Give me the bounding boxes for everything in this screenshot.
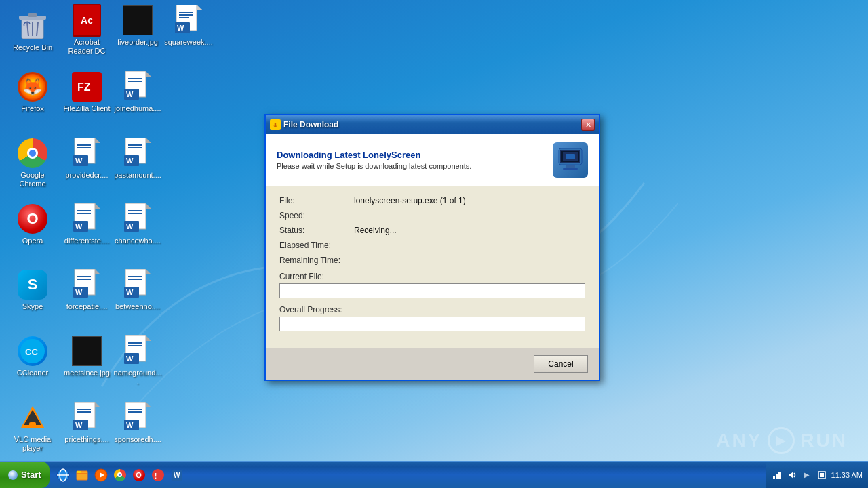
svg-rect-51 [77,279,91,280]
dialog-title-text: File Download [283,120,578,129]
overall-progress-bar [279,317,585,331]
dialog-header-title: Downloading Latest LonelyScreen [277,150,545,160]
time-display: 11:33 AM [831,471,863,479]
svg-marker-63 [146,336,151,341]
dialog-footer: Cancel [266,348,599,380]
remaining-info-row: Remaining Time: [279,256,585,265]
svg-text:⬇: ⬇ [273,122,278,129]
anyrun-run-text: RUN [800,430,848,451]
icon-nameground[interactable]: W nameground.... [111,332,165,389]
svg-rect-104 [773,476,775,479]
icon-label-joinedhu: joinedhuma.... [114,104,161,113]
svg-rect-13 [179,17,189,18]
icon-fiveorder[interactable]: fiveorder.jpg [111,1,165,49]
tray-volume-icon[interactable] [787,470,797,481]
taskbar-opera-icon[interactable]: O [131,467,147,483]
dialog-close-button[interactable]: ✕ [581,119,595,131]
icon-pricethings[interactable]: W pricethings.... [60,399,114,447]
taskbar-avast-icon[interactable]: ! [150,467,166,483]
icon-label-squareweek: squareweek.... [164,38,213,47]
svg-rect-20 [128,78,142,79]
svg-text:W: W [126,222,134,230]
svg-marker-25 [95,138,100,143]
speed-info-row: Speed: [279,211,585,220]
svg-text:W: W [126,421,134,429]
meetsince-thumb [72,336,102,366]
taskbar-media-icon[interactable] [93,467,109,483]
icon-skype[interactable]: S Skype [5,266,60,314]
overall-progress-section: Overall Progress: [279,305,585,331]
svg-marker-107 [789,472,793,479]
icon-label-acrobat: Acrobat Reader DC [62,38,111,56]
icon-pastamount[interactable]: W pastamount.... [111,134,165,182]
svg-rect-12 [179,14,193,16]
status-label: Status: [279,226,354,235]
current-file-section: Current File: [279,272,585,298]
elapsed-label: Elapsed Time: [279,241,354,250]
svg-rect-88 [563,168,578,170]
svg-rect-33 [128,147,142,148]
icon-chrome[interactable]: Google Chrome [5,134,60,191]
file-info-row: File: lonelyscreen-setup.exe (1 of 1) [279,196,585,205]
icon-filezilla[interactable]: FZ FileZilla Client [60,68,114,116]
icon-squareweek[interactable]: W squareweek.... [161,1,216,49]
icon-recycle-bin[interactable]: Recycle Bin [5,7,60,55]
svg-rect-96 [77,471,81,474]
svg-marker-72 [95,402,100,407]
taskbar-chrome-icon[interactable] [112,467,128,483]
icon-label-betweenno: betweenno.... [115,302,160,311]
dialog-header: Downloading Latest LonelyScreen Please w… [266,134,599,186]
svg-text:W: W [126,288,134,296]
icon-meetsince[interactable]: meetsince.jpg [60,332,114,380]
icon-acrobat[interactable]: Ac Acrobat Reader DC [60,1,114,58]
fiveorder-thumb [123,5,153,35]
icon-opera[interactable]: O Opera [5,200,60,248]
taskbar: Start [0,461,868,488]
taskbar-explorer-icon[interactable] [74,467,90,483]
ccleaner-icon: CC [18,336,47,366]
svg-rect-87 [566,165,575,168]
icon-ccleaner[interactable]: CC CCleaner [5,332,60,380]
tray-network-icon[interactable] [772,470,783,481]
svg-text:W: W [174,472,180,479]
icon-differentste[interactable]: W differentste.... [60,200,114,248]
icon-sponsoredh[interactable]: W sponsoredh.... [111,399,165,447]
opera-icon: O [18,204,47,234]
svg-rect-45 [128,213,142,214]
status-value: Receiving... [354,226,397,235]
svg-point-100 [152,469,164,481]
anyrun-play-icon: ▶ [768,427,795,454]
taskbar-ie-icon[interactable] [55,467,71,483]
icon-vlc[interactable]: VLC media player [5,399,60,455]
system-tray: ▶ 11:33 AM [766,462,868,488]
icon-forcepatie[interactable]: W forcepatie.... [60,266,114,314]
icon-label-fiveorder: fiveorder.jpg [117,38,158,47]
remaining-label: Remaining Time: [279,256,354,265]
time-text: 11:33 AM [831,471,863,479]
dialog-titlebar: ⬇ File Download ✕ [266,115,599,134]
svg-text:W: W [75,288,83,296]
tray-action-icon[interactable] [816,470,827,481]
icon-label-sponsoredh: sponsoredh.... [114,435,161,444]
icon-providedcr[interactable]: W providedcr.... [60,134,114,182]
svg-rect-73 [77,409,91,410]
svg-text:W: W [126,157,134,165]
chrome-icon [18,138,47,168]
taskbar-misc-icon[interactable]: W [169,467,185,483]
start-orb-icon [8,470,18,480]
svg-text:W: W [177,24,184,32]
start-button[interactable]: Start [0,462,50,488]
status-info-row: Status: Receiving... [279,226,585,235]
icon-chancewho[interactable]: W chancewho.... [111,200,165,248]
dialog-header-text: Downloading Latest LonelyScreen Please w… [277,150,545,170]
icon-firefox[interactable]: 🦊 Firefox [5,68,60,116]
svg-text:W: W [75,421,83,429]
svg-rect-57 [128,279,142,280]
anyrun-text: ANY [716,430,762,451]
icon-betweenno[interactable]: W betweenno.... [111,266,165,314]
tray-arrow-icon[interactable]: ▶ [802,470,812,481]
svg-rect-91 [566,154,575,159]
cancel-button[interactable]: Cancel [534,355,588,373]
icon-joinedhu[interactable]: W joinedhuma.... [111,68,165,116]
icon-label-vlc: VLC media player [8,435,57,453]
